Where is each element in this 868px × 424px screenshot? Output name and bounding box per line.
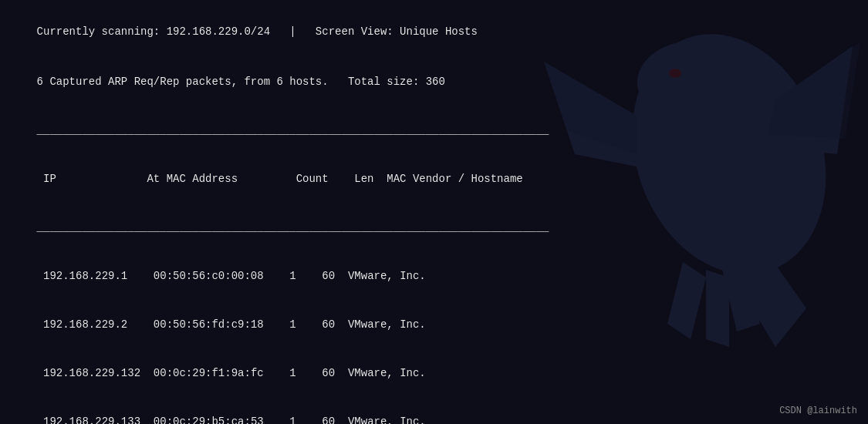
sep2-text: ________________________________________…	[37, 221, 549, 234]
summary-text: 6 Captured ARP Req/Rep packets, from 6 h…	[37, 76, 445, 88]
summary-line: 6 Captured ARP Req/Rep packets, from 6 h…	[11, 58, 857, 106]
host-row-1: 192.168.229.1 00:50:56:c0:00:08 1 60 VMw…	[11, 252, 857, 301]
sep1-text: ________________________________________…	[37, 124, 549, 136]
csdn-watermark: CSDN @lainwith	[779, 405, 857, 416]
header-text: IP At MAC Address Count Len MAC Vendor /…	[37, 173, 523, 185]
table-header: IP At MAC Address Count Len MAC Vendor /…	[11, 155, 857, 204]
terminal-content: Currently scanning: 192.168.229.0/24 | S…	[0, 0, 868, 424]
status-line: Currently scanning: 192.168.229.0/24 | S…	[11, 8, 857, 56]
host-row-3: 192.168.229.132 00:0c:29:f1:9a:fc 1 60 V…	[11, 349, 857, 398]
separator-1: ________________________________________…	[11, 106, 857, 155]
host-row-2: 192.168.229.2 00:50:56:fd:c9:18 1 60 VMw…	[11, 301, 857, 349]
separator-2: ________________________________________…	[11, 204, 857, 252]
status-text: Currently scanning: 192.168.229.0/24 | S…	[37, 25, 478, 38]
host-row-4: 192.168.229.133 00:0c:29:b5:ca:53 1 60 V…	[11, 398, 857, 424]
